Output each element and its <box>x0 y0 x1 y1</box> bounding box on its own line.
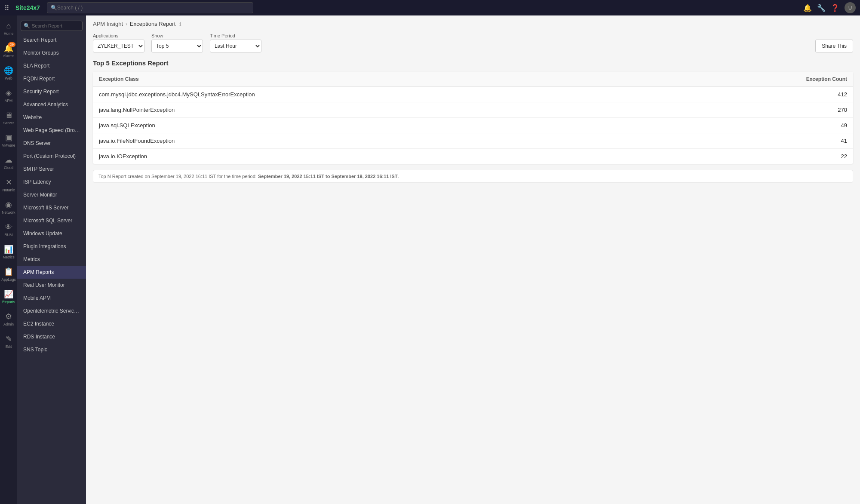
nav-search-input[interactable] <box>32 23 86 28</box>
web-icon: 🌐 <box>4 66 13 75</box>
alarms-badge: 29 <box>8 42 15 47</box>
breadcrumb-separator: › <box>126 21 127 27</box>
sidebar-icon-alarms[interactable]: 🔔 Alarms 29 <box>0 40 17 62</box>
report-title: Top 5 Exceptions Report <box>93 59 853 67</box>
nav-item-microsoft-iis[interactable]: Microsoft IIS Server <box>17 201 86 214</box>
table-row: java.io.IOException 22 <box>93 149 853 164</box>
nav-item-plugin-integrations[interactable]: Plugin Integrations <box>17 240 86 253</box>
col-exception-class: Exception Class <box>93 72 671 87</box>
exception-class: com.mysql.jdbc.exceptions.jdbc4.MySQLSyn… <box>93 87 671 102</box>
nav-search-icon: 🔍 <box>24 23 30 29</box>
nav-item-isp-latency[interactable]: ISP Latency <box>17 175 86 188</box>
help-icon[interactable]: ❓ <box>831 4 839 12</box>
sidebar-icon-home[interactable]: ⌂ Home <box>0 17 17 40</box>
vmware-icon: ▣ <box>5 133 12 142</box>
breadcrumb-current: Exceptions Report <box>130 21 175 27</box>
sidebar-icon-applogs[interactable]: 📋 AppLogs <box>0 263 17 286</box>
show-select[interactable]: Top 5 Top 10 Top 20 <box>151 40 203 52</box>
nav-item-fqdn-report[interactable]: FQDN Report <box>17 72 86 85</box>
topbar-search-box[interactable]: 🔍 <box>47 2 253 13</box>
time-period-select[interactable]: Last Hour Last 6 Hours Last 24 Hours Las… <box>210 40 261 52</box>
sidebar-icons: ⌂ Home 🔔 Alarms 29 🌐 Web ◈ APM 🖥 Server … <box>0 15 17 504</box>
logo-site: Site24x7 <box>15 4 40 11</box>
nav-item-dns-server[interactable]: DNS Server <box>17 137 86 150</box>
server-icon: 🖥 <box>5 111 12 120</box>
table-header-row: Exception Class Exception Count <box>93 72 853 87</box>
edit-icon: ✎ <box>6 334 12 344</box>
exception-class: java.sql.SQLException <box>93 118 671 133</box>
grid-icon[interactable]: ⠿ <box>4 4 9 12</box>
sidebar-icon-apm[interactable]: ◈ APM <box>0 84 17 107</box>
nav-item-sla-report[interactable]: SLA Report <box>17 59 86 72</box>
nav-item-metrics[interactable]: Metrics <box>17 253 86 266</box>
nav-item-rds-instance[interactable]: RDS Instance <box>17 330 86 343</box>
avatar[interactable]: U <box>845 2 856 13</box>
sidebar-icon-rum[interactable]: 👁 RUM <box>0 218 17 241</box>
exception-count: 412 <box>671 87 853 102</box>
exception-count: 41 <box>671 133 853 149</box>
filter-time-period: Time Period Last Hour Last 6 Hours Last … <box>210 33 261 52</box>
home-icon: ⌂ <box>6 22 11 31</box>
sidebar-icon-cloud[interactable]: ☁ Cloud <box>0 151 17 174</box>
applogs-icon: 📋 <box>4 267 13 277</box>
table-row: java.io.FileNotFoundException 41 <box>93 133 853 149</box>
nav-search-box[interactable]: 🔍 <box>21 21 83 31</box>
table-row: java.sql.SQLException 49 <box>93 118 853 133</box>
nav-item-smtp-server[interactable]: SMTP Server <box>17 163 86 175</box>
nav-item-opentelemetric[interactable]: Opentelemetric Services NEW <box>17 304 86 317</box>
sidebar-nav: 🔍 Search Report Monitor Groups SLA Repor… <box>17 15 86 504</box>
nav-item-advanced-analytics[interactable]: Advanced Analytics <box>17 98 86 111</box>
sidebar-icon-admin[interactable]: ⚙ Admin <box>0 308 17 330</box>
sidebar-icon-reports[interactable]: 📈 Reports <box>0 286 17 308</box>
applications-select[interactable]: ZYLKER_TEST <box>93 40 144 52</box>
exception-count: 22 <box>671 149 853 164</box>
nav-item-monitor-groups[interactable]: Monitor Groups <box>17 46 86 59</box>
exception-class: java.io.FileNotFoundException <box>93 133 671 149</box>
rum-icon: 👁 <box>5 223 12 232</box>
reports-icon: 📈 <box>4 289 13 299</box>
table-row: java.lang.NullPointerException 270 <box>93 102 853 118</box>
sidebar-icon-vmware[interactable]: ▣ VMware <box>0 129 17 151</box>
notification-icon[interactable]: 🔔 <box>803 4 812 12</box>
sidebar-icon-nutanix[interactable]: ✕ Nutanix <box>0 174 17 196</box>
sidebar-icon-web[interactable]: 🌐 Web <box>0 62 17 84</box>
nav-item-microsoft-sql[interactable]: Microsoft SQL Server <box>17 214 86 227</box>
new-badge: NEW <box>83 309 86 313</box>
table-row: com.mysql.jdbc.exceptions.jdbc4.MySQLSyn… <box>93 87 853 102</box>
filter-applications: Applications ZYLKER_TEST <box>93 33 144 52</box>
exceptions-table: Exception Class Exception Count com.mysq… <box>93 72 853 164</box>
nav-item-real-user-monitor[interactable]: Real User Monitor <box>17 279 86 292</box>
col-exception-count: Exception Count <box>671 72 853 87</box>
sidebar-icon-network[interactable]: ◉ Network <box>0 196 17 218</box>
sidebar-icon-metrics[interactable]: 📊 Metrics <box>0 241 17 263</box>
metrics-icon: 📊 <box>4 245 13 254</box>
report-note: Top N Report created on September 19, 20… <box>93 170 853 183</box>
breadcrumb-parent[interactable]: APM Insight <box>93 21 123 27</box>
share-button[interactable]: Share This <box>815 40 853 52</box>
cloud-icon: ☁ <box>5 155 12 165</box>
nav-item-web-page-speed[interactable]: Web Page Speed (Browser) <box>17 124 86 137</box>
nav-item-website[interactable]: Website <box>17 111 86 124</box>
nav-item-server-monitor[interactable]: Server Monitor <box>17 188 86 201</box>
admin-icon: ⚙ <box>5 312 12 321</box>
nav-item-windows-update[interactable]: Windows Update <box>17 227 86 240</box>
breadcrumb: APM Insight › Exceptions Report ℹ <box>93 21 853 27</box>
nav-item-sns-topic[interactable]: SNS Topic <box>17 343 86 356</box>
topbar: ⠿ Site24x7 🔍 🔔 🔧 ❓ U <box>0 0 860 15</box>
topbar-search-input[interactable] <box>57 5 249 11</box>
applications-label: Applications <box>93 33 144 38</box>
info-icon[interactable]: ℹ <box>179 21 181 27</box>
nav-item-mobile-apm[interactable]: Mobile APM <box>17 292 86 304</box>
nav-item-security-report[interactable]: Security Report <box>17 85 86 98</box>
sidebar-icon-server[interactable]: 🖥 Server <box>0 107 17 129</box>
nav-item-ec2-instance[interactable]: EC2 Instance <box>17 317 86 330</box>
topbar-right: 🔔 🔧 ❓ U <box>803 2 856 13</box>
nav-item-port[interactable]: Port (Custom Protocol) <box>17 150 86 163</box>
sidebar-icon-edit[interactable]: ✎ Edit <box>0 330 17 353</box>
logo: Site24x7 <box>15 4 40 11</box>
settings-icon[interactable]: 🔧 <box>817 4 826 12</box>
filter-show: Show Top 5 Top 10 Top 20 <box>151 33 203 52</box>
nav-item-search-report[interactable]: Search Report <box>17 34 86 46</box>
show-label: Show <box>151 33 203 38</box>
nav-item-apm-reports[interactable]: APM Reports <box>17 266 86 279</box>
